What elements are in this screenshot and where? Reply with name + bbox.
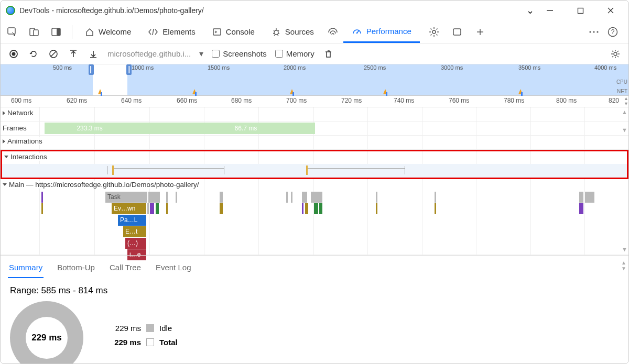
tab-call-tree[interactable]: Call Tree: [109, 260, 142, 278]
svg-line-33: [51, 51, 56, 57]
svg-rect-1: [578, 8, 583, 13]
svg-point-12: [356, 32, 358, 34]
flame-task[interactable]: Task: [105, 192, 147, 203]
dock-icon[interactable]: [48, 24, 64, 40]
summary-donut-center: 229 ms: [31, 333, 62, 343]
detail-tick: 720 ms: [341, 97, 362, 104]
track-interactions[interactable]: Interactions: [1, 150, 628, 179]
frame-bar[interactable]: 66.7 ms: [176, 123, 315, 134]
overview-timeline[interactable]: 500 ms 1000 ms 1500 ms 2000 ms 2500 ms 3…: [1, 64, 628, 96]
tab-console[interactable]: Console: [204, 20, 263, 43]
track-main-label: Main — https://microsoftedge.github.io/D…: [9, 181, 199, 189]
overview-tick: 500 ms: [53, 64, 72, 71]
screenshots-label: Screenshots: [223, 49, 266, 58]
inspect-icon[interactable]: [4, 24, 20, 40]
home-icon: [85, 27, 94, 37]
detail-tick: 680 ms: [231, 97, 252, 104]
detail-ruler[interactable]: 600 ms 620 ms 640 ms 660 ms 680 ms 700 m…: [1, 96, 628, 107]
detail-tick: 600 ms: [11, 97, 31, 104]
scroll-up-icon[interactable]: ▲: [624, 96, 628, 101]
flame-segment[interactable]: [147, 203, 149, 214]
flame-call[interactable]: E…t: [123, 226, 146, 237]
detail-tick: 700 ms: [286, 97, 307, 104]
reload-record-button[interactable]: [28, 48, 39, 60]
load-up-icon[interactable]: [68, 48, 79, 60]
help-icon[interactable]: ?: [608, 27, 618, 37]
detail-tick: 780 ms: [504, 97, 524, 104]
detail-tick: 620 ms: [67, 97, 87, 104]
memory-label: Memory: [286, 49, 314, 58]
tab-elements[interactable]: Elements: [139, 20, 204, 43]
memory-checkbox[interactable]: Memory: [275, 49, 314, 58]
tab-bottom-up[interactable]: Bottom-Up: [56, 260, 96, 278]
frame-bar[interactable]: [135, 123, 176, 134]
svg-rect-6: [34, 30, 38, 36]
screenshots-checkbox[interactable]: Screenshots: [212, 49, 266, 58]
flame-call[interactable]: (…): [125, 238, 146, 249]
svg-point-27: [597, 31, 598, 32]
svg-line-42: [617, 56, 619, 57]
trash-icon[interactable]: [323, 48, 334, 60]
gauge-icon: [352, 26, 362, 36]
legend-idle-label: Idle: [159, 324, 172, 333]
more-icon[interactable]: [589, 30, 599, 34]
tab-performance-label: Performance: [366, 27, 411, 36]
tab-sources[interactable]: Sources: [263, 20, 322, 43]
settings-gear-icon[interactable]: [425, 23, 443, 41]
overview-tick: 2500 ms: [364, 64, 386, 71]
svg-point-10: [274, 30, 278, 35]
detail-tick: 660 ms: [177, 97, 197, 104]
frame-bar[interactable]: 233.3 ms: [45, 123, 135, 134]
scroll-down-icon[interactable]: ▼: [622, 127, 627, 133]
detail-tick: 800 ms: [556, 97, 577, 104]
legend-idle-ms: 229 ms: [110, 324, 141, 333]
svg-rect-22: [453, 29, 461, 35]
device-toggle-icon[interactable]: [26, 24, 42, 40]
detached-window-icon[interactable]: [448, 23, 466, 41]
overview-tick: 1500 ms: [208, 64, 230, 71]
add-tab-icon[interactable]: [471, 23, 489, 41]
svg-line-18: [430, 28, 431, 29]
tab-summary[interactable]: Summary: [8, 260, 44, 278]
legend-total-label: Total: [159, 338, 178, 347]
flame-event[interactable]: Ev…wn: [112, 203, 146, 214]
scroll-down-icon[interactable]: ▼: [621, 266, 626, 271]
scroll-up-icon[interactable]: ▲: [621, 260, 626, 266]
save-down-icon[interactable]: [88, 48, 99, 60]
tab-elements-label: Elements: [162, 27, 196, 36]
flame-segment[interactable]: [156, 203, 159, 214]
maximize-button[interactable]: [571, 1, 590, 20]
track-network[interactable]: Network: [1, 107, 628, 122]
capture-settings-icon[interactable]: [610, 48, 621, 60]
network-conditions-icon[interactable]: [322, 27, 343, 37]
svg-point-26: [593, 31, 594, 32]
overview-cpu-label: CPU: [616, 79, 627, 85]
window-title: DevTools - microsoftedge.github.io/Demos…: [19, 6, 526, 15]
selection-handle-right[interactable]: [126, 64, 132, 75]
scroll-down-icon[interactable]: ▼: [624, 101, 628, 106]
chevron-down-icon[interactable]: ⌄: [526, 5, 534, 16]
legend-swatch-idle: [146, 324, 154, 332]
legend-swatch-total: [146, 338, 154, 346]
url-dropdown-icon[interactable]: ▾: [199, 49, 203, 59]
flame-call[interactable]: Pa…L: [118, 215, 146, 226]
track-animations[interactable]: Animations: [1, 136, 628, 150]
overview-tick: 3000 ms: [441, 64, 463, 71]
flame-segment[interactable]: [148, 192, 160, 203]
svg-line-21: [430, 34, 431, 35]
track-main[interactable]: Main — https://microsoftedge.github.io/D…: [1, 179, 628, 255]
clear-button[interactable]: [48, 48, 59, 60]
tab-event-log[interactable]: Event Log: [155, 260, 192, 278]
selection-handle-left[interactable]: [89, 64, 94, 75]
tab-performance[interactable]: Performance: [343, 20, 420, 43]
track-frames[interactable]: Frames 233.3 ms 66.7 ms ▲ ▼: [1, 122, 628, 136]
tab-welcome[interactable]: Welcome: [77, 20, 139, 43]
scroll-down-icon[interactable]: ▼: [622, 246, 627, 252]
svg-line-19: [436, 34, 437, 35]
record-button[interactable]: [8, 48, 19, 60]
close-button[interactable]: [601, 1, 620, 20]
flamechart-area[interactable]: Network Frames 233.3 ms 66.7 ms ▲ ▼ Anim…: [1, 107, 628, 255]
tab-welcome-label: Welcome: [99, 27, 131, 36]
flame-segment[interactable]: [150, 203, 154, 214]
minimize-button[interactable]: [540, 1, 559, 20]
